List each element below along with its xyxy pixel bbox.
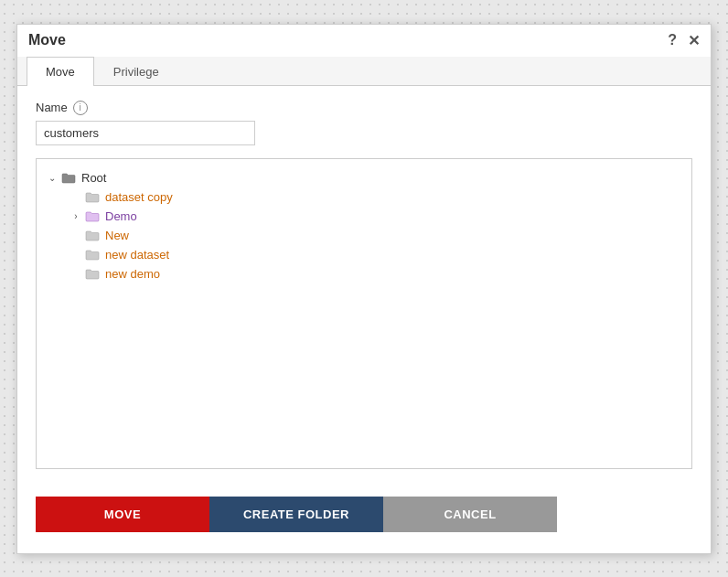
tree-item-demo[interactable]: › Demo — [70, 207, 682, 226]
dialog-footer: MOVE CREATE FOLDER CANCEL — [17, 484, 711, 545]
tree-container: ⌄ Root dataset — [36, 158, 692, 469]
folder-icon-root — [60, 171, 77, 184]
close-icon[interactable]: ✕ — [688, 32, 700, 49]
tree-item-dataset-copy[interactable]: dataset copy — [70, 187, 682, 207]
label-new-demo: new demo — [105, 267, 160, 281]
cancel-button[interactable]: CANCEL — [383, 497, 557, 532]
move-button[interactable]: MOVE — [36, 497, 209, 532]
folder-icon-new — [84, 229, 101, 241]
folder-icon-new-dataset — [84, 248, 101, 261]
spacer-icon-nd — [70, 248, 82, 261]
spacer-icon — [70, 190, 82, 203]
spacer-icon-ndemo — [70, 267, 82, 280]
tree-item-new[interactable]: New — [70, 226, 682, 245]
tree-item-new-dataset[interactable]: new dataset — [70, 245, 682, 264]
folder-icon-dataset-copy — [84, 190, 101, 203]
tree-item-new-demo[interactable]: new demo — [70, 264, 682, 283]
tab-bar: Move Privilege — [17, 57, 711, 86]
dialog-title: Move — [28, 32, 66, 48]
dialog-body: Name i ⌄ Root — [17, 86, 711, 484]
root-label: Root — [81, 171, 106, 185]
dialog-header: Move ? ✕ — [17, 25, 711, 57]
label-new: New — [105, 229, 129, 242]
move-dialog: Move ? ✕ Move Privilege Name i ⌄ — [16, 24, 712, 554]
name-label: Name i — [36, 101, 692, 115]
tab-move[interactable]: Move — [27, 57, 94, 86]
info-icon: i — [73, 101, 88, 115]
help-icon[interactable]: ? — [668, 32, 677, 48]
name-input[interactable] — [36, 121, 255, 145]
label-new-dataset: new dataset — [105, 248, 169, 262]
header-icons: ? ✕ — [668, 32, 700, 49]
folder-icon-new-demo — [84, 267, 101, 280]
folder-icon-demo — [84, 209, 101, 222]
spacer-icon-new — [70, 229, 82, 241]
tree-children: dataset copy › Demo — [46, 187, 682, 283]
create-folder-button[interactable]: CREATE FOLDER — [209, 497, 383, 532]
tab-privilege[interactable]: Privilege — [94, 57, 178, 86]
label-demo: Demo — [105, 209, 137, 223]
tree-item-root[interactable]: ⌄ Root — [46, 168, 682, 187]
label-dataset-copy: dataset copy — [105, 190, 173, 204]
chevron-down-icon: ⌄ — [46, 171, 59, 184]
chevron-right-icon: › — [70, 209, 82, 222]
